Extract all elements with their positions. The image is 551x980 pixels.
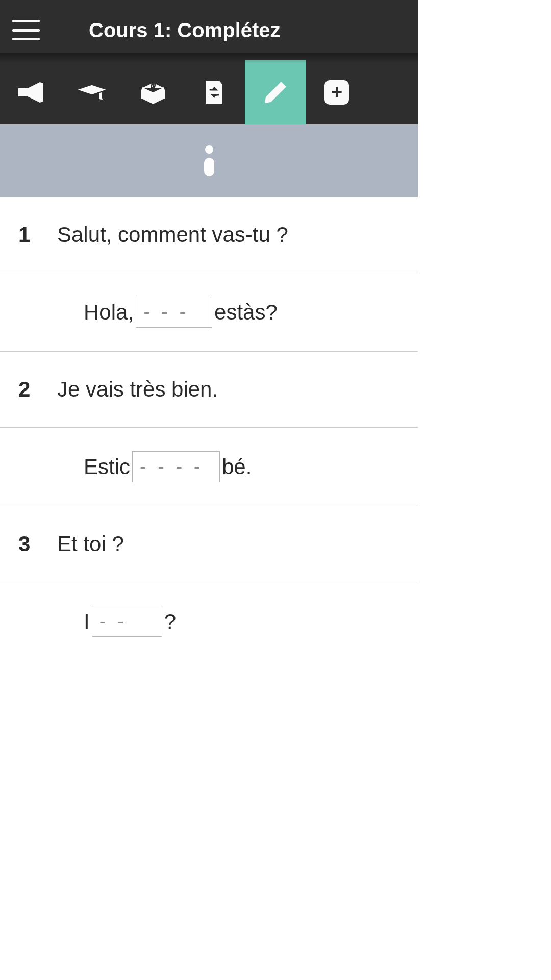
- answer-pre: Hola,: [84, 300, 134, 325]
- tab-learn[interactable]: [61, 60, 122, 124]
- question-number: 3: [18, 532, 31, 556]
- answer-post: bé.: [222, 455, 252, 479]
- svg-text:b: b: [151, 80, 156, 90]
- tab-flashcards[interactable]: [184, 60, 245, 124]
- question-row: 1 Salut, comment vas-tu ?: [0, 197, 418, 273]
- question-text: Et toi ?: [57, 532, 124, 556]
- answer-post: estàs?: [214, 300, 278, 325]
- answer-pre: I: [84, 609, 90, 634]
- box-icon: b: [138, 77, 168, 108]
- answer-row: Hola, estàs?: [0, 273, 418, 351]
- answer-row: Estic bé.: [0, 428, 418, 506]
- tab-write[interactable]: [245, 60, 306, 124]
- hamburger-icon: [12, 29, 40, 32]
- mode-toolbar: b +: [0, 60, 418, 124]
- info-icon: [204, 145, 214, 176]
- blank-input[interactable]: [136, 297, 212, 328]
- answer-post: ?: [164, 609, 176, 634]
- answer-pre: Estic: [84, 455, 130, 479]
- answer-row: I ?: [0, 582, 418, 660]
- hamburger-icon: [12, 38, 40, 40]
- blank-input[interactable]: [132, 451, 220, 482]
- swap-card-icon: [199, 77, 230, 108]
- hamburger-icon: [12, 20, 40, 22]
- tab-archive[interactable]: b: [122, 60, 184, 124]
- pencil-icon: [260, 77, 291, 108]
- blank-input[interactable]: [92, 606, 162, 637]
- menu-button[interactable]: [12, 20, 40, 40]
- question-number: 1: [18, 223, 31, 247]
- info-banner[interactable]: [0, 124, 418, 197]
- app-header: Cours 1: Complétez: [0, 0, 418, 60]
- tab-sound[interactable]: [0, 60, 61, 124]
- question-text: Salut, comment vas-tu ?: [57, 223, 288, 247]
- graduation-cap-icon: [77, 77, 107, 108]
- question-row: 2 Je vais très bien.: [0, 352, 418, 427]
- page-title: Cours 1: Complétez: [89, 19, 281, 42]
- plus-icon: +: [321, 77, 352, 108]
- question-number: 2: [18, 377, 31, 402]
- question-row: 3 Et toi ?: [0, 506, 418, 582]
- question-text: Je vais très bien.: [57, 377, 218, 402]
- tab-add[interactable]: +: [306, 60, 367, 124]
- exercise-list: 1 Salut, comment vas-tu ? Hola, estàs? 2…: [0, 197, 418, 660]
- megaphone-icon: [15, 77, 46, 108]
